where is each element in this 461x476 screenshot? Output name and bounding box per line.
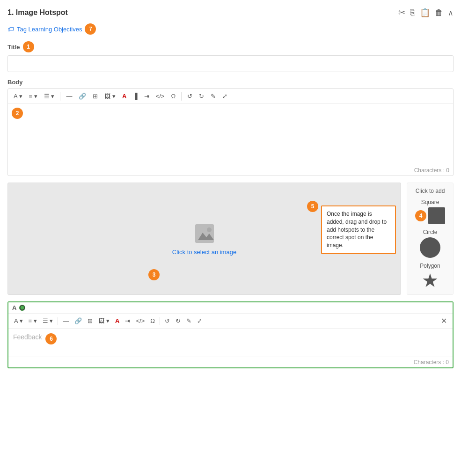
image-svg-icon xyxy=(193,222,216,245)
link-btn[interactable]: 🔗 xyxy=(77,92,88,101)
image-drop-area[interactable]: Click to select an image 3 5 Once the im… xyxy=(7,183,401,295)
feedback-placeholder: Feedback xyxy=(13,333,42,341)
fb-omega-btn[interactable]: Ω xyxy=(148,316,157,325)
cut-icon[interactable]: ✂ xyxy=(398,7,405,18)
body-editor: A ▾ ≡ ▾ ☰ ▾ — 🔗 ⊞ 🖼 ▾ A ▐ ⇥ </> Ω ↺ ↻ ✎ … xyxy=(7,88,454,176)
feedback-radio[interactable] xyxy=(19,305,25,311)
shape-circle-item: Circle xyxy=(410,229,450,258)
badge-5: 5 xyxy=(307,201,318,212)
circle-label: Circle xyxy=(423,229,438,235)
feedback-container: A A ▾ ≡ ▾ ☰ ▾ — 🔗 ⊞ 🖼 ▾ A ⇥ </> Ω ↺ ↻ xyxy=(7,301,454,368)
title-input[interactable] xyxy=(7,55,454,72)
paste-icon[interactable]: 📋 xyxy=(420,7,430,18)
omega-btn[interactable]: Ω xyxy=(169,92,177,101)
body-editor-content[interactable]: 2 xyxy=(8,104,453,165)
image-btn[interactable]: 🖼 ▾ xyxy=(102,92,117,101)
badge-6: 6 xyxy=(45,333,57,344)
fb-sep1 xyxy=(58,317,58,325)
undo-btn[interactable]: ↺ xyxy=(185,92,194,101)
color-btn[interactable]: A xyxy=(120,92,128,101)
fb-list-btn[interactable]: ☰ ▾ xyxy=(41,316,55,325)
tag-learning-label: Tag Learning Objectives xyxy=(17,26,82,33)
fb-indent-btn[interactable]: ⇥ xyxy=(123,316,132,325)
fb-table-btn[interactable]: ⊞ xyxy=(86,316,95,325)
divider-btn[interactable]: — xyxy=(64,92,74,101)
table-btn[interactable]: ⊞ xyxy=(91,92,100,101)
page-title: 1. Image Hotspot xyxy=(7,8,68,17)
main-container: 1. Image Hotspot ✂ ⎘ 📋 🗑 ∧ 🏷 Tag Learnin… xyxy=(0,0,461,476)
fb-align-btn[interactable]: ≡ ▾ xyxy=(27,316,39,325)
shape-polygon-item: Polygon ★ xyxy=(410,263,450,290)
page-header: 1. Image Hotspot ✂ ⎘ 📋 🗑 ∧ xyxy=(7,7,454,18)
collapse-button[interactable]: ∧ xyxy=(448,8,454,17)
feedback-close-button[interactable]: ✕ xyxy=(439,315,449,326)
badge-1: 1 xyxy=(23,41,34,52)
copy-icon[interactable]: ⎘ xyxy=(410,8,415,18)
sep2 xyxy=(181,92,182,101)
svg-point-2 xyxy=(207,227,212,232)
feedback-char-count: Characters : 0 xyxy=(8,357,453,367)
badge-3: 3 xyxy=(148,269,160,280)
pen-btn[interactable]: ✎ xyxy=(209,92,218,101)
polygon-label: Polygon xyxy=(420,263,440,269)
list-btn[interactable]: ☰ ▾ xyxy=(42,92,57,101)
title-label: Title xyxy=(7,44,20,51)
square-shape[interactable] xyxy=(428,207,445,224)
font-btn[interactable]: A ▾ xyxy=(12,92,24,101)
fb-divider-btn[interactable]: — xyxy=(61,316,71,325)
feedback-body[interactable]: Feedback 6 xyxy=(8,329,453,357)
badge-4: 4 xyxy=(415,210,426,221)
fb-sep2 xyxy=(160,317,160,325)
tag-icon: 🏷 xyxy=(7,25,14,33)
fb-redo-btn[interactable]: ↻ xyxy=(174,316,183,325)
align-btn[interactable]: ≡ ▾ xyxy=(27,92,39,101)
circle-shape[interactable] xyxy=(420,237,440,258)
square-label: Square xyxy=(421,199,439,205)
image-placeholder: Click to select an image xyxy=(172,222,236,256)
image-select-text: Click to select an image xyxy=(172,249,236,256)
fb-undo-btn[interactable]: ↺ xyxy=(163,316,172,325)
shape-square-item: Square 4 xyxy=(410,199,450,224)
fb-code-btn[interactable]: </> xyxy=(134,316,146,325)
feedback-tab: A xyxy=(12,304,25,311)
expand-btn[interactable]: ⤢ xyxy=(220,92,229,101)
sep1 xyxy=(60,92,60,101)
header-actions: ✂ ⎘ 📋 🗑 ∧ xyxy=(398,7,454,18)
title-label-row: Title 1 xyxy=(7,41,454,52)
fb-color-btn[interactable]: A xyxy=(113,316,121,325)
feedback-toolbar-row: A ▾ ≡ ▾ ☰ ▾ — 🔗 ⊞ 🖼 ▾ A ⇥ </> Ω ↺ ↻ ✎ ⤢ … xyxy=(8,314,453,329)
tag-learning-row[interactable]: 🏷 Tag Learning Objectives 7 xyxy=(7,23,454,35)
body-toolbar: A ▾ ≡ ▾ ☰ ▾ — 🔗 ⊞ 🖼 ▾ A ▐ ⇥ </> Ω ↺ ↻ ✎ … xyxy=(8,89,453,104)
redo-btn[interactable]: ↻ xyxy=(197,92,206,101)
delete-icon[interactable]: 🗑 xyxy=(435,8,443,18)
shapes-panel: Click to add Square 4 Circle Polygon ★ xyxy=(407,183,454,295)
badge-7: 7 xyxy=(85,23,96,35)
feedback-header: A xyxy=(8,302,453,314)
fb-font-btn[interactable]: A ▾ xyxy=(12,316,25,325)
fb-pen-btn[interactable]: ✎ xyxy=(184,316,193,325)
tooltip-text: Once the image is added, drag and drop t… xyxy=(327,211,387,249)
fb-link-btn[interactable]: 🔗 xyxy=(73,316,84,325)
fb-expand-btn[interactable]: ⤢ xyxy=(195,316,204,325)
content-area: Click to select an image 3 5 Once the im… xyxy=(7,183,454,295)
feedback-tab-letter: A xyxy=(12,304,16,311)
feedback-toolbar: A ▾ ≡ ▾ ☰ ▾ — 🔗 ⊞ 🖼 ▾ A ⇥ </> Ω ↺ ↻ ✎ ⤢ xyxy=(12,316,204,325)
code-btn[interactable]: </> xyxy=(154,92,167,101)
indent-btn[interactable]: ⇥ xyxy=(142,92,151,101)
tooltip-box: 5 Once the image is added, drag and drop… xyxy=(321,205,396,254)
highlight-btn[interactable]: ▐ xyxy=(131,92,139,101)
shapes-panel-title: Click to add xyxy=(416,188,445,194)
polygon-shape[interactable]: ★ xyxy=(422,271,439,290)
badge-2: 2 xyxy=(12,108,23,119)
body-label: Body xyxy=(7,79,454,86)
body-char-count: Characters : 0 xyxy=(8,165,453,176)
fb-image-btn[interactable]: 🖼 ▾ xyxy=(96,316,111,325)
